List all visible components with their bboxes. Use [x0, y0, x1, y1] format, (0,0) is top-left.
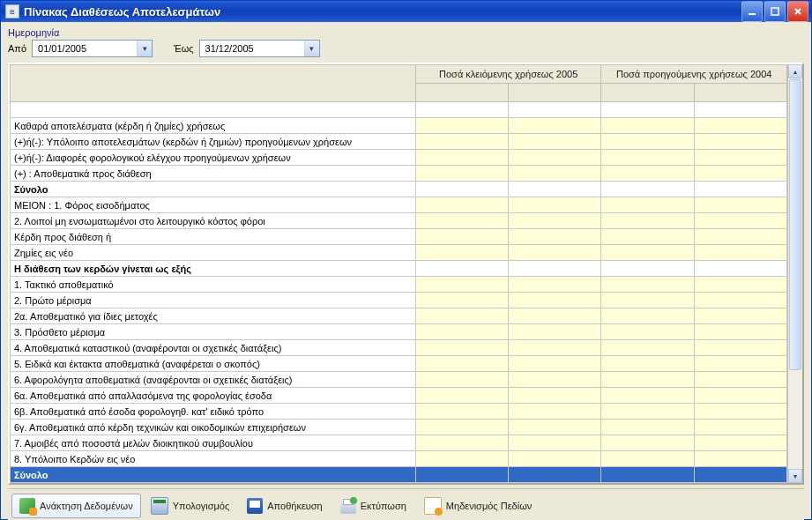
amount-cell[interactable] — [415, 150, 508, 166]
save-button[interactable]: Αποθήκευση — [239, 494, 330, 518]
amount-cell[interactable] — [509, 324, 601, 340]
amount-cell[interactable] — [509, 388, 601, 404]
amount-cell[interactable] — [694, 229, 786, 245]
row-label[interactable]: 7. Αμοιβές από ποσοστά μελών διοικητικού… — [11, 435, 416, 451]
row-label[interactable]: 6. Αφορολόγητα αποθεματικά (αναφέρονται … — [11, 372, 416, 388]
amount-cell[interactable] — [601, 340, 694, 356]
amount-cell[interactable] — [509, 467, 601, 483]
amount-cell[interactable] — [694, 293, 786, 308]
table-row[interactable]: (+) : Αποθεματικά προς διάθεση — [11, 166, 787, 182]
table-row[interactable]: Καθαρά αποτελέσματα (κέρδη ή ζημίες) χρή… — [11, 118, 787, 134]
amount-cell[interactable] — [601, 467, 694, 483]
table-row[interactable] — [11, 102, 787, 118]
amount-cell[interactable] — [694, 467, 786, 483]
amount-cell[interactable] — [694, 245, 786, 261]
table-row[interactable]: 7. Αμοιβές από ποσοστά μελών διοικητικού… — [11, 435, 787, 451]
row-label[interactable]: 2α. Αποθεματικό για ίδιες μετοχές — [11, 308, 416, 324]
amount-cell[interactable] — [694, 213, 786, 229]
maximize-button[interactable] — [764, 1, 786, 22]
amount-cell[interactable] — [509, 356, 601, 372]
amount-cell[interactable] — [415, 197, 508, 213]
table-row[interactable]: 2. Λοιποί μη ενσωματωμένοι στο λειτουργι… — [11, 213, 787, 229]
row-label[interactable]: 2. Πρώτο μέρισμα — [11, 293, 416, 308]
row-label[interactable]: 8. Υπόλοιπο Κερδών εις νέο — [11, 451, 416, 467]
amount-cell[interactable] — [601, 118, 694, 134]
table-row[interactable]: (+)ή(-): Διαφορές φορολογικού ελέγχου πρ… — [11, 150, 787, 166]
minimize-button[interactable] — [741, 1, 763, 22]
amount-cell[interactable] — [601, 245, 694, 261]
amount-cell[interactable] — [694, 435, 786, 451]
amount-cell[interactable] — [415, 213, 508, 229]
table-row[interactable]: 2. Πρώτο μέρισμα — [11, 293, 787, 308]
amount-cell[interactable] — [694, 166, 786, 182]
amount-cell[interactable] — [694, 150, 786, 166]
amount-cell[interactable] — [509, 451, 601, 467]
amount-cell[interactable] — [509, 277, 601, 293]
amount-cell[interactable] — [509, 340, 601, 356]
table-row[interactable]: 2α. Αποθεματικό για ίδιες μετοχές — [11, 308, 787, 324]
amount-cell[interactable] — [415, 404, 508, 420]
amount-cell[interactable] — [415, 388, 508, 404]
row-label[interactable]: Η διάθεση των κερδών γίνεται ως εξής — [11, 261, 416, 277]
amount-cell[interactable] — [509, 166, 601, 182]
amount-cell[interactable] — [509, 245, 601, 261]
date-from-field[interactable]: ▾ — [32, 40, 153, 57]
amount-cell[interactable] — [694, 388, 786, 404]
amount-cell[interactable] — [601, 134, 694, 150]
amount-cell[interactable] — [415, 102, 508, 118]
amount-cell[interactable] — [601, 229, 694, 245]
amount-cell[interactable] — [601, 356, 694, 372]
row-label[interactable]: 6γ. Αποθεματικά από κέρδη τεχνικών και ο… — [11, 420, 416, 435]
col-previous-b[interactable] — [694, 84, 786, 102]
row-label[interactable] — [11, 102, 416, 118]
results-grid[interactable]: Ποσά κλειόμενης χρήσεως 2005 Ποσά προηγο… — [10, 64, 787, 483]
amount-cell[interactable] — [601, 293, 694, 308]
amount-cell[interactable] — [694, 451, 786, 467]
amount-cell[interactable] — [509, 261, 601, 277]
table-row[interactable]: 6β. Αποθεματικά από έσοδα φορολογηθ. κατ… — [11, 404, 787, 420]
amount-cell[interactable] — [415, 229, 508, 245]
amount-cell[interactable] — [509, 293, 601, 308]
scroll-up-button[interactable]: ▴ — [788, 64, 802, 78]
amount-cell[interactable] — [601, 372, 694, 388]
amount-cell[interactable] — [601, 420, 694, 435]
table-row[interactable]: ΜΕΙΟΝ : 1. Φόρος εισοδήματος — [11, 197, 787, 213]
amount-cell[interactable] — [509, 118, 601, 134]
table-row[interactable]: Σύνολο — [11, 182, 787, 197]
row-label[interactable]: (+)ή(-): Υπόλοιπο αποτελεσμάτων (κερδών … — [11, 134, 416, 150]
row-label[interactable]: Κέρδη προς διάθεση ή — [11, 229, 416, 245]
amount-cell[interactable] — [415, 435, 508, 451]
table-row[interactable]: Κέρδη προς διάθεση ή — [11, 229, 787, 245]
amount-cell[interactable] — [509, 435, 601, 451]
amount-cell[interactable] — [415, 277, 508, 293]
amount-cell[interactable] — [601, 213, 694, 229]
amount-cell[interactable] — [694, 404, 786, 420]
table-row[interactable]: 4. Αποθεματικά καταστικού (αναφέρονται ο… — [11, 340, 787, 356]
calculate-button[interactable]: Υπολογισμός — [143, 493, 238, 519]
col-previous-a[interactable] — [601, 84, 694, 102]
date-to-input[interactable] — [204, 42, 304, 55]
table-row[interactable]: 1. Τακτικό αποθεματικό — [11, 277, 787, 293]
amount-cell[interactable] — [415, 118, 508, 134]
reset-fields-button[interactable]: Μηδενισμός Πεδίων — [416, 493, 540, 519]
amount-cell[interactable] — [415, 372, 508, 388]
table-row[interactable]: 6. Αφορολόγητα αποθεματικά (αναφέρονται … — [11, 372, 787, 388]
table-row[interactable]: Ζημίες εις νέο — [11, 245, 787, 261]
amount-cell[interactable] — [694, 277, 786, 293]
amount-cell[interactable] — [601, 308, 694, 324]
row-label[interactable]: ΜΕΙΟΝ : 1. Φόρος εισοδήματος — [11, 197, 416, 213]
date-to-field[interactable]: ▾ — [199, 40, 320, 57]
amount-cell[interactable] — [694, 134, 786, 150]
fetch-data-button[interactable]: Ανάκτηση Δεδομένων — [11, 494, 141, 518]
amount-cell[interactable] — [694, 118, 786, 134]
amount-cell[interactable] — [694, 340, 786, 356]
row-label[interactable]: Σύνολο — [11, 182, 416, 197]
table-row[interactable]: Σύνολο — [11, 467, 787, 483]
col-description[interactable] — [11, 65, 416, 102]
row-label[interactable]: 5. Ειδικά και έκτακτα αποθεματικά (αναφέ… — [11, 356, 416, 372]
scroll-thumb[interactable] — [789, 79, 801, 370]
amount-cell[interactable] — [694, 182, 786, 197]
print-button[interactable]: Εκτύπωση — [332, 494, 414, 518]
amount-cell[interactable] — [694, 102, 786, 118]
amount-cell[interactable] — [601, 435, 694, 451]
